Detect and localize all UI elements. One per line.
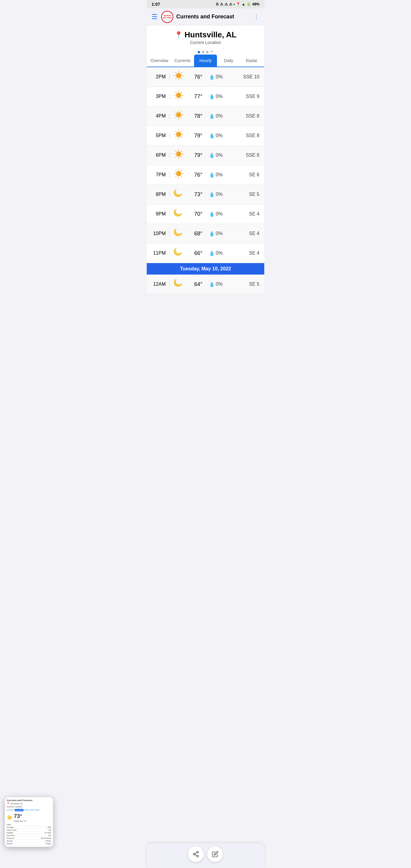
drop-icon-2pm: 💧	[209, 74, 215, 80]
drop-icon-7pm: 💧	[209, 172, 215, 178]
icon-6pm	[170, 149, 188, 162]
wind-3pm: SSE 9	[231, 94, 259, 99]
add-page-button[interactable]: +	[210, 50, 213, 53]
svg-line-15	[181, 98, 182, 98]
battery-percent: 49%	[252, 2, 259, 6]
temp-10pm: 68°	[188, 230, 209, 237]
svg-line-44	[181, 151, 182, 152]
wind-12am: SE 5	[231, 281, 259, 287]
wind-4pm: SSE 8	[231, 113, 259, 119]
tab-currents[interactable]: Currents	[171, 55, 194, 67]
svg-line-50	[176, 170, 177, 172]
hourly-row-3pm: 3PM 77° 💧0% SSE 9	[147, 87, 264, 106]
bottom-spacer	[147, 294, 264, 324]
alert-icon-2: ⚠	[224, 2, 228, 6]
drop-icon-9pm: 💧	[209, 211, 215, 217]
location-status-icon: 📍	[236, 2, 241, 6]
svg-line-24	[181, 117, 182, 118]
svg-line-33	[181, 137, 182, 138]
precip-2pm: 💧 0%	[209, 74, 231, 80]
svg-line-8	[181, 73, 182, 73]
svg-line-32	[176, 131, 177, 132]
svg-line-51	[181, 176, 182, 177]
hourly-list-continued: 12AM 64° 💧0% SE 5	[147, 275, 264, 294]
dot-3[interactable]	[206, 51, 209, 53]
temp-8pm: 73°	[188, 191, 209, 198]
logo-text: BARONSAF·T·NET	[163, 15, 172, 19]
more-options-icon[interactable]: ⋮	[253, 13, 259, 21]
temp-9pm: 70°	[188, 211, 209, 217]
icon-10pm	[170, 227, 188, 240]
icon-2pm	[170, 70, 188, 84]
alert-icon-1: ⚠	[220, 2, 223, 6]
dot-icon: •	[233, 2, 235, 6]
precip-12am: 💧0%	[209, 281, 231, 287]
svg-line-5	[176, 73, 177, 73]
wind-5pm: SSE 8	[231, 133, 259, 138]
hourly-row-8pm: 8PM 73° 💧0% SE 5	[147, 185, 264, 204]
time-8pm: 8PM	[152, 192, 170, 197]
day-separator-text: Tuesday, May 10, 2022	[180, 266, 231, 271]
hourly-row-4pm: 4PM 78° 💧0% SSE 8	[147, 106, 264, 126]
hourly-list: 2PM 76° 💧 0% SSE 10	[147, 67, 264, 263]
drop-icon-8pm: 💧	[209, 192, 215, 197]
status-time: 1:07	[152, 2, 160, 7]
tab-radar[interactable]: Radar	[240, 55, 263, 67]
svg-line-16	[176, 98, 177, 98]
tab-hourly[interactable]: Hourly	[194, 55, 217, 67]
status-bar: 1:07 G ⚠ ⚠ ⚠ • 📍 ▲ 🔋 49%	[147, 0, 264, 8]
svg-line-53	[181, 170, 182, 172]
tab-bar: Overview Currents Hourly Daily Radar	[147, 55, 264, 67]
icon-7pm	[170, 168, 188, 181]
dot-1[interactable]	[198, 51, 200, 53]
icon-5pm	[170, 129, 188, 142]
wind-7pm: SE 6	[231, 172, 259, 178]
tab-daily[interactable]: Daily	[217, 55, 240, 67]
time-6pm: 6PM	[152, 153, 170, 158]
precip-10pm: 💧0%	[209, 231, 231, 237]
svg-line-23	[176, 112, 177, 113]
precip-7pm: 💧0%	[209, 172, 231, 178]
location-subtitle: Current Location	[153, 40, 258, 45]
icon-11pm	[170, 247, 188, 260]
time-11pm: 11PM	[152, 250, 170, 256]
temp-11pm: 66°	[188, 250, 209, 256]
hourly-row-5pm: 5PM 79° 💧0% SSE 8	[147, 126, 264, 146]
app-title: Currents and Forecast	[176, 13, 253, 20]
drop-icon-4pm: 💧	[209, 113, 215, 119]
alert-icon-3: ⚠	[229, 2, 232, 6]
hourly-row-11pm: 11PM 66° 💧0% SE 4	[147, 244, 264, 263]
temp-3pm: 77°	[188, 93, 209, 100]
hamburger-icon[interactable]: ☰	[152, 13, 158, 21]
precip-11pm: 💧0%	[209, 250, 231, 256]
temp-5pm: 79°	[188, 133, 209, 139]
precip-6pm: 💧0%	[209, 153, 231, 158]
svg-line-6	[181, 78, 182, 79]
precip-8pm: 💧0%	[209, 192, 231, 197]
drop-icon-5pm: 💧	[209, 133, 215, 138]
icon-3pm	[170, 90, 188, 103]
icon-12am	[170, 278, 188, 291]
dot-2[interactable]	[202, 51, 204, 53]
svg-point-36	[176, 152, 181, 156]
drop-icon-3pm: 💧	[209, 94, 215, 99]
svg-line-14	[176, 92, 177, 93]
battery-icon: 🔋	[247, 2, 251, 6]
day-separator: Tuesday, May 10, 2022	[147, 263, 264, 275]
icon-4pm	[170, 110, 188, 123]
wind-2pm: SSE 10	[231, 74, 259, 80]
tab-overview[interactable]: Overview	[148, 55, 171, 67]
drop-icon-10pm: 💧	[209, 231, 215, 237]
hourly-row-10pm: 10PM 68° 💧0% SE 4	[147, 224, 264, 244]
icon-9pm	[170, 207, 188, 221]
svg-line-34	[176, 137, 177, 138]
hourly-row-9pm: 9PM 70° 💧0% SE 4	[147, 204, 264, 224]
location-pin-icon: 📍	[175, 31, 183, 39]
wind-9pm: SE 4	[231, 211, 259, 217]
wind-11pm: SE 4	[231, 250, 259, 256]
svg-point-27	[176, 132, 181, 137]
svg-line-43	[176, 156, 177, 157]
page-dots: +	[147, 49, 264, 55]
wind-10pm: SE 4	[231, 231, 259, 236]
hourly-row-2pm: 2PM 76° 💧 0% SSE 10	[147, 67, 264, 87]
